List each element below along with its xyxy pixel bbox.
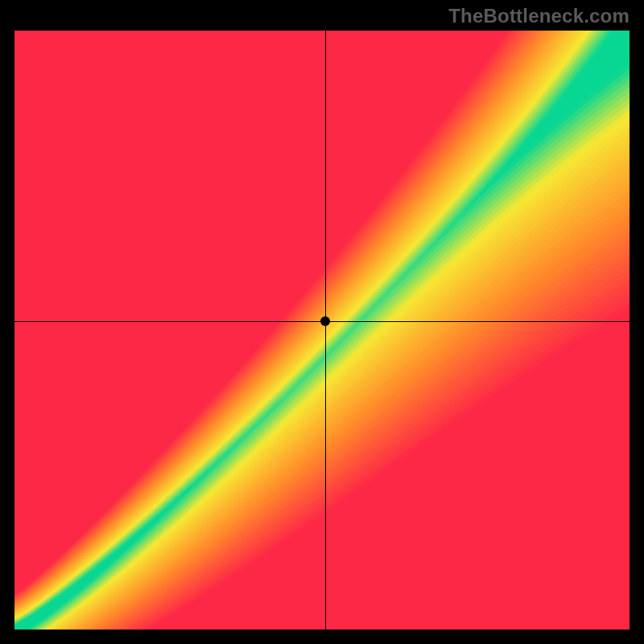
heatmap-plot (14, 31, 630, 630)
heatmap-canvas (14, 31, 630, 630)
watermark-text: TheBottleneck.com (448, 5, 630, 27)
chart-frame: TheBottleneck.com (0, 0, 644, 644)
